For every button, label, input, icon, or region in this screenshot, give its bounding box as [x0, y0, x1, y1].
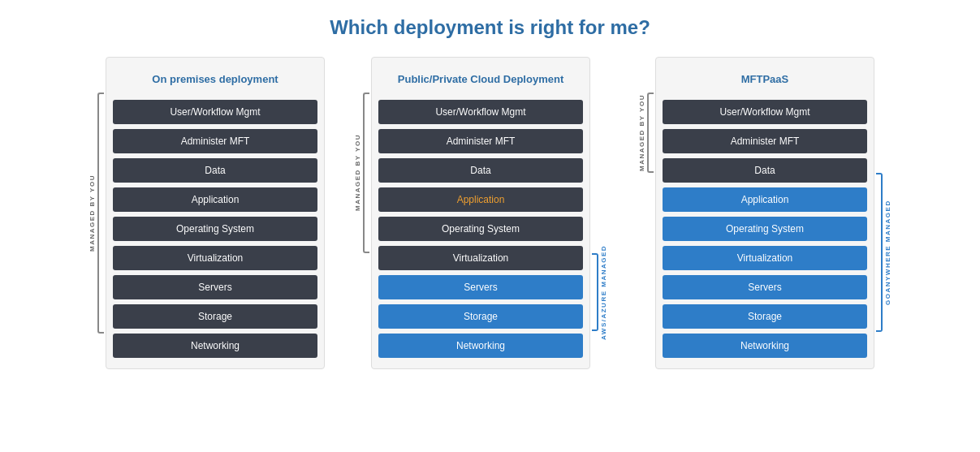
- row-item: Servers: [113, 275, 317, 299]
- card-title-cloud: Public/Private Cloud Deployment: [378, 66, 583, 93]
- bracket-label-goanywhere: GOANYWHERE MANAGED: [883, 173, 893, 332]
- card-on-premises: On premises deployment User/Workflow Mgm…: [106, 57, 325, 369]
- columns-layout: MANAGED BY YOU On premises deployment Us…: [24, 57, 956, 369]
- card-cloud: Public/Private Cloud Deployment User/Wor…: [371, 57, 590, 369]
- bracket-aws-azure: AWS/AZURE MANAGED: [592, 57, 609, 331]
- row-item: Networking: [378, 334, 583, 358]
- bracket-managed-by-you-1: MANAGED BY YOU: [87, 57, 104, 334]
- card-mftpaas: MFTPaaS User/Workflow Mgmt Administer MF…: [655, 57, 874, 369]
- row-item: Application: [663, 187, 867, 212]
- row-item: Virtualization: [113, 246, 317, 270]
- bracket-managed-by-you-3: MANAGED BY YOU: [637, 57, 654, 175]
- row-item: Servers: [663, 275, 867, 299]
- row-item: Networking: [663, 334, 867, 358]
- rows-mftpaas: User/Workflow Mgmt Administer MFT Data A…: [663, 100, 867, 360]
- row-item: Application: [113, 187, 317, 212]
- row-item: Storage: [113, 304, 317, 329]
- bracket-label-managed-2: MANAGED BY YOU: [352, 93, 363, 253]
- bracket-label-managed-3: MANAGED BY YOU: [637, 93, 647, 173]
- column-mftpaas: MANAGED BY YOU MFTPaaS User/Workflow Mgm…: [637, 57, 893, 369]
- bracket-label-aws: AWS/AZURE MANAGED: [598, 253, 609, 331]
- row-item: Administer MFT: [113, 129, 317, 153]
- row-item: Administer MFT: [663, 129, 867, 153]
- row-item: Virtualization: [378, 246, 583, 270]
- row-item: Operating System: [378, 217, 583, 241]
- row-item: Storage: [663, 304, 867, 329]
- row-item: Administer MFT: [378, 129, 583, 153]
- card-title-mftpaas: MFTPaaS: [663, 66, 867, 93]
- row-item: Operating System: [113, 217, 317, 241]
- row-item: Storage: [378, 304, 583, 329]
- column-on-premises: MANAGED BY YOU On premises deployment Us…: [87, 57, 325, 369]
- row-item: Data: [113, 158, 317, 183]
- page-title: Which deployment is right for me?: [330, 16, 650, 39]
- bracket-goanywhere: GOANYWHERE MANAGED: [876, 57, 893, 332]
- column-cloud: MANAGED BY YOU Public/Private Cloud Depl…: [352, 57, 609, 369]
- row-item: Networking: [113, 334, 317, 358]
- bracket-managed-by-you-2: MANAGED BY YOU: [352, 57, 369, 256]
- row-item: Operating System: [663, 217, 867, 241]
- row-item: Data: [378, 158, 583, 183]
- rows-cloud: User/Workflow Mgmt Administer MFT Data A…: [378, 100, 583, 360]
- row-item: Servers: [378, 275, 583, 299]
- row-item: Application: [378, 187, 583, 212]
- row-item: User/Workflow Mgmt: [663, 100, 867, 124]
- row-item: User/Workflow Mgmt: [113, 100, 317, 124]
- row-item: Data: [663, 158, 867, 183]
- bracket-label-managed-1: MANAGED BY YOU: [87, 93, 97, 334]
- row-item: User/Workflow Mgmt: [378, 100, 583, 124]
- rows-on-premises: User/Workflow Mgmt Administer MFT Data A…: [113, 100, 317, 360]
- card-title-on-premises: On premises deployment: [113, 66, 317, 93]
- row-item: Virtualization: [663, 246, 867, 270]
